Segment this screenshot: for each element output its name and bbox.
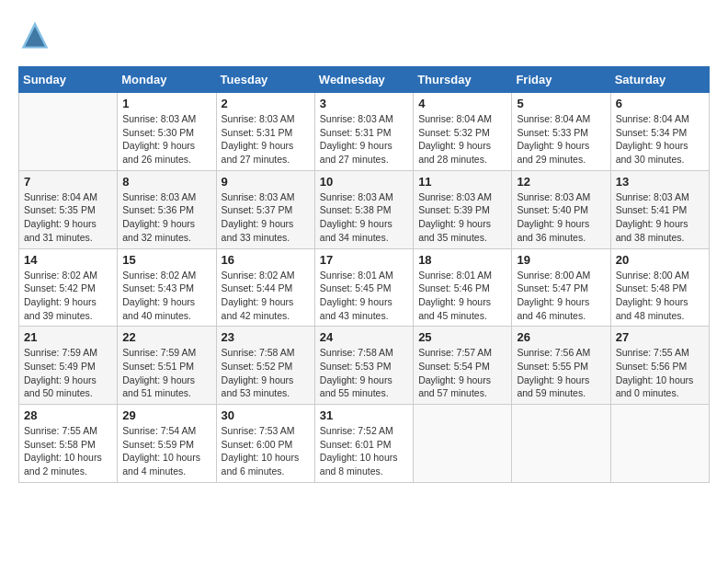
day-number: 6 [616, 97, 704, 110]
day-cell: 25Sunrise: 7:57 AMSunset: 5:54 PMDayligh… [414, 327, 512, 405]
day-info: Sunrise: 8:00 AMSunset: 5:48 PMDaylight:… [616, 269, 704, 323]
day-info: Sunrise: 8:01 AMSunset: 5:46 PMDaylight:… [418, 269, 506, 323]
day-info: Sunrise: 7:54 AMSunset: 5:59 PMDaylight:… [122, 424, 210, 478]
weekday-header-row: SundayMondayTuesdayWednesdayThursdayFrid… [19, 67, 710, 93]
day-cell: 11Sunrise: 8:03 AMSunset: 5:39 PMDayligh… [414, 170, 512, 248]
weekday-header-sunday: Sunday [19, 67, 118, 93]
day-number: 26 [517, 330, 605, 344]
day-number: 29 [122, 408, 210, 422]
day-cell [19, 93, 118, 171]
day-number: 15 [122, 253, 210, 267]
weekday-header-wednesday: Wednesday [314, 67, 413, 93]
day-number: 18 [418, 253, 506, 267]
day-info: Sunrise: 8:04 AMSunset: 5:32 PMDaylight:… [418, 112, 506, 167]
weekday-header-thursday: Thursday [414, 67, 512, 93]
day-info: Sunrise: 7:57 AMSunset: 5:54 PMDaylight:… [418, 346, 506, 400]
day-info: Sunrise: 7:52 AMSunset: 6:01 PMDaylight:… [320, 424, 408, 478]
day-info: Sunrise: 7:59 AMSunset: 5:49 PMDaylight:… [24, 346, 112, 400]
day-cell: 20Sunrise: 8:00 AMSunset: 5:48 PMDayligh… [610, 248, 709, 327]
day-info: Sunrise: 8:03 AMSunset: 5:38 PMDaylight:… [320, 190, 408, 245]
day-number: 14 [24, 253, 112, 267]
day-cell: 27Sunrise: 7:55 AMSunset: 5:56 PMDayligh… [610, 327, 709, 405]
day-number: 9 [222, 175, 310, 189]
day-cell: 3Sunrise: 8:03 AMSunset: 5:31 PMDaylight… [314, 93, 413, 171]
day-info: Sunrise: 8:03 AMSunset: 5:36 PMDaylight:… [122, 190, 210, 245]
week-row-3: 14Sunrise: 8:02 AMSunset: 5:42 PMDayligh… [19, 248, 710, 327]
day-info: Sunrise: 8:00 AMSunset: 5:47 PMDaylight:… [517, 269, 605, 323]
day-cell: 9Sunrise: 8:03 AMSunset: 5:37 PMDaylight… [216, 170, 314, 248]
day-number: 19 [517, 253, 605, 267]
day-cell: 1Sunrise: 8:03 AMSunset: 5:30 PMDaylight… [118, 93, 216, 171]
day-info: Sunrise: 8:02 AMSunset: 5:42 PMDaylight:… [24, 269, 112, 323]
day-cell: 5Sunrise: 8:04 AMSunset: 5:33 PMDaylight… [512, 93, 610, 171]
day-cell: 6Sunrise: 8:04 AMSunset: 5:34 PMDaylight… [610, 93, 709, 171]
day-info: Sunrise: 8:04 AMSunset: 5:33 PMDaylight:… [517, 112, 605, 167]
day-number: 16 [222, 253, 310, 267]
weekday-header-saturday: Saturday [610, 67, 709, 93]
week-row-4: 21Sunrise: 7:59 AMSunset: 5:49 PMDayligh… [19, 327, 710, 405]
day-info: Sunrise: 7:58 AMSunset: 5:53 PMDaylight:… [320, 346, 408, 400]
day-number: 22 [122, 330, 210, 344]
day-cell: 26Sunrise: 7:56 AMSunset: 5:55 PMDayligh… [512, 327, 610, 405]
day-number: 5 [517, 97, 605, 110]
day-number: 30 [222, 408, 310, 422]
day-number: 28 [24, 408, 112, 422]
day-cell: 29Sunrise: 7:54 AMSunset: 5:59 PMDayligh… [118, 405, 216, 483]
calendar: SundayMondayTuesdayWednesdayThursdayFrid… [18, 66, 710, 483]
day-number: 4 [418, 97, 506, 110]
day-info: Sunrise: 8:03 AMSunset: 5:41 PMDaylight:… [616, 190, 704, 245]
day-number: 20 [616, 253, 704, 267]
day-info: Sunrise: 7:56 AMSunset: 5:55 PMDaylight:… [517, 346, 605, 400]
day-info: Sunrise: 7:55 AMSunset: 5:56 PMDaylight:… [616, 346, 704, 400]
weekday-header-monday: Monday [118, 67, 216, 93]
day-info: Sunrise: 8:04 AMSunset: 5:35 PMDaylight:… [24, 190, 112, 245]
day-number: 7 [24, 175, 112, 189]
day-cell: 28Sunrise: 7:55 AMSunset: 5:58 PMDayligh… [19, 405, 118, 483]
day-number: 12 [517, 175, 605, 189]
day-number: 1 [122, 97, 210, 110]
day-info: Sunrise: 8:03 AMSunset: 5:31 PMDaylight:… [320, 112, 408, 167]
day-info: Sunrise: 7:58 AMSunset: 5:52 PMDaylight:… [222, 346, 310, 400]
week-row-1: 1Sunrise: 8:03 AMSunset: 5:30 PMDaylight… [19, 93, 710, 171]
day-number: 11 [418, 175, 506, 189]
day-cell: 8Sunrise: 8:03 AMSunset: 5:36 PMDaylight… [118, 170, 216, 248]
day-info: Sunrise: 7:59 AMSunset: 5:51 PMDaylight:… [122, 346, 210, 400]
day-cell: 13Sunrise: 8:03 AMSunset: 5:41 PMDayligh… [610, 170, 709, 248]
day-cell: 30Sunrise: 7:53 AMSunset: 6:00 PMDayligh… [216, 405, 314, 483]
day-info: Sunrise: 8:02 AMSunset: 5:44 PMDaylight:… [222, 269, 310, 323]
day-number: 10 [320, 175, 408, 189]
week-row-2: 7Sunrise: 8:04 AMSunset: 5:35 PMDaylight… [19, 170, 710, 248]
day-cell [414, 405, 512, 483]
day-cell: 18Sunrise: 8:01 AMSunset: 5:46 PMDayligh… [414, 248, 512, 327]
day-number: 21 [24, 330, 112, 344]
day-info: Sunrise: 8:03 AMSunset: 5:31 PMDaylight:… [222, 112, 310, 167]
day-info: Sunrise: 7:55 AMSunset: 5:58 PMDaylight:… [24, 424, 112, 478]
day-info: Sunrise: 8:01 AMSunset: 5:45 PMDaylight:… [320, 269, 408, 323]
day-cell: 17Sunrise: 8:01 AMSunset: 5:45 PMDayligh… [314, 248, 413, 327]
day-cell: 15Sunrise: 8:02 AMSunset: 5:43 PMDayligh… [118, 248, 216, 327]
day-cell: 24Sunrise: 7:58 AMSunset: 5:53 PMDayligh… [314, 327, 413, 405]
day-cell: 22Sunrise: 7:59 AMSunset: 5:51 PMDayligh… [118, 327, 216, 405]
day-number: 23 [222, 330, 310, 344]
day-number: 31 [320, 408, 408, 422]
day-cell: 21Sunrise: 7:59 AMSunset: 5:49 PMDayligh… [19, 327, 118, 405]
day-cell: 12Sunrise: 8:03 AMSunset: 5:40 PMDayligh… [512, 170, 610, 248]
day-info: Sunrise: 8:03 AMSunset: 5:39 PMDaylight:… [418, 190, 506, 245]
day-cell: 7Sunrise: 8:04 AMSunset: 5:35 PMDaylight… [19, 170, 118, 248]
day-cell: 2Sunrise: 8:03 AMSunset: 5:31 PMDaylight… [216, 93, 314, 171]
day-number: 8 [122, 175, 210, 189]
day-info: Sunrise: 8:03 AMSunset: 5:37 PMDaylight:… [222, 190, 310, 245]
day-info: Sunrise: 8:03 AMSunset: 5:30 PMDaylight:… [122, 112, 210, 167]
day-info: Sunrise: 8:02 AMSunset: 5:43 PMDaylight:… [122, 269, 210, 323]
day-cell: 19Sunrise: 8:00 AMSunset: 5:47 PMDayligh… [512, 248, 610, 327]
day-number: 2 [222, 97, 310, 110]
logo [18, 18, 57, 52]
day-cell: 10Sunrise: 8:03 AMSunset: 5:38 PMDayligh… [314, 170, 413, 248]
day-cell: 31Sunrise: 7:52 AMSunset: 6:01 PMDayligh… [314, 405, 413, 483]
day-cell: 14Sunrise: 8:02 AMSunset: 5:42 PMDayligh… [19, 248, 118, 327]
day-number: 3 [320, 97, 408, 110]
day-number: 27 [616, 330, 704, 344]
header [18, 18, 710, 52]
day-cell [512, 405, 610, 483]
day-info: Sunrise: 7:53 AMSunset: 6:00 PMDaylight:… [222, 424, 310, 478]
